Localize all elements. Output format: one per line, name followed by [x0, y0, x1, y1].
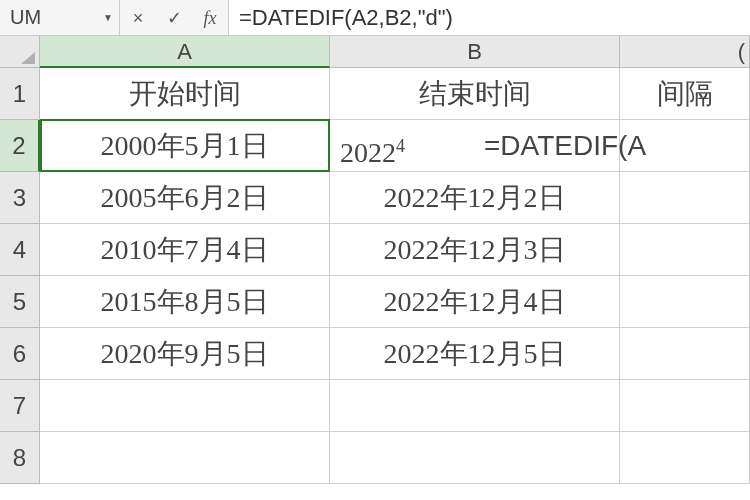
table-row: 3 2005年6月2日 2022年12月2日 — [0, 172, 750, 224]
column-header-B[interactable]: B — [330, 36, 620, 68]
table-row: 8 — [0, 432, 750, 484]
cell-C1[interactable]: 间隔 — [620, 68, 750, 120]
cell-C6[interactable] — [620, 328, 750, 380]
row-header-3[interactable]: 3 — [0, 172, 40, 224]
cell-A2[interactable]: 2000年5月1日 — [40, 120, 330, 172]
table-row: 2 2000年5月1日 20224 =DATEDIF(A — [0, 120, 750, 172]
row-header-8[interactable]: 8 — [0, 432, 40, 484]
cell-C4[interactable] — [620, 224, 750, 276]
select-all-corner[interactable] — [0, 36, 40, 68]
cell-C8[interactable] — [620, 432, 750, 484]
cell-A1[interactable]: 开始时间 — [40, 68, 330, 120]
column-header-C[interactable]: ( — [620, 36, 750, 68]
cell-C2[interactable]: =DATEDIF(A — [620, 120, 750, 172]
cell-B5[interactable]: 2022年12月4日 — [330, 276, 620, 328]
table-row: 5 2015年8月5日 2022年12月4日 — [0, 276, 750, 328]
cell-A6[interactable]: 2020年9月5日 — [40, 328, 330, 380]
cancel-icon[interactable]: × — [120, 0, 156, 36]
table-row: 6 2020年9月5日 2022年12月5日 — [0, 328, 750, 380]
cell-A5[interactable]: 2015年8月5日 — [40, 276, 330, 328]
cell-C7[interactable] — [620, 380, 750, 432]
cell-A7[interactable] — [40, 380, 330, 432]
name-box-text: UM — [6, 6, 103, 29]
fx-icon[interactable]: fx — [192, 0, 228, 36]
formula-input[interactable]: =DATEDIF(A2,B2,"d") — [229, 0, 750, 35]
cell-B4[interactable]: 2022年12月3日 — [330, 224, 620, 276]
rows: 1 开始时间 结束时间 间隔 2 2000年5月1日 20224 =DATEDI… — [0, 68, 750, 484]
table-row: 1 开始时间 结束时间 间隔 — [0, 68, 750, 120]
cell-B7[interactable] — [330, 380, 620, 432]
cell-C2-overflow: =DATEDIF(A — [480, 120, 646, 172]
cell-B1[interactable]: 结束时间 — [330, 68, 620, 120]
cell-A4[interactable]: 2010年7月4日 — [40, 224, 330, 276]
cell-B2-value: 2022 — [340, 137, 396, 168]
table-row: 4 2010年7月4日 2022年12月3日 — [0, 224, 750, 276]
spreadsheet-grid: A B ( 1 开始时间 结束时间 间隔 2 2000年5月1日 20224 =… — [0, 36, 750, 484]
column-headers: A B ( — [40, 36, 750, 68]
formula-bar: UM ▼ × ✓ fx =DATEDIF(A2,B2,"d") — [0, 0, 750, 36]
confirm-icon[interactable]: ✓ — [156, 0, 192, 36]
table-row: 7 — [0, 380, 750, 432]
row-header-7[interactable]: 7 — [0, 380, 40, 432]
row-header-6[interactable]: 6 — [0, 328, 40, 380]
cell-B6[interactable]: 2022年12月5日 — [330, 328, 620, 380]
row-header-2[interactable]: 2 — [0, 120, 40, 172]
chevron-down-icon[interactable]: ▼ — [103, 12, 113, 23]
cell-C3[interactable] — [620, 172, 750, 224]
cell-A3[interactable]: 2005年6月2日 — [40, 172, 330, 224]
cell-A8[interactable] — [40, 432, 330, 484]
row-header-1[interactable]: 1 — [0, 68, 40, 120]
column-header-A[interactable]: A — [40, 36, 330, 68]
row-header-4[interactable]: 4 — [0, 224, 40, 276]
row-header-5[interactable]: 5 — [0, 276, 40, 328]
cell-B3[interactable]: 2022年12月2日 — [330, 172, 620, 224]
cell-C5[interactable] — [620, 276, 750, 328]
formula-bar-buttons: × ✓ fx — [120, 0, 229, 35]
cell-B8[interactable] — [330, 432, 620, 484]
name-box[interactable]: UM ▼ — [0, 0, 120, 35]
cell-B2-marker: 4 — [396, 136, 405, 156]
